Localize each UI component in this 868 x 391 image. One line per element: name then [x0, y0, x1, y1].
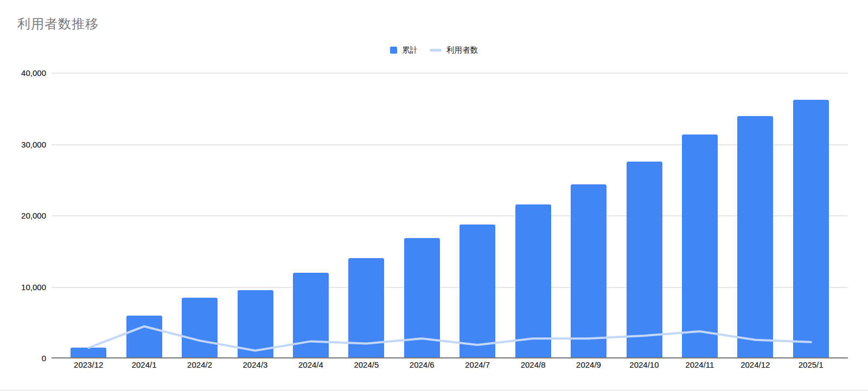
- legend-bar-swatch-icon: [390, 47, 397, 54]
- y-axis-tick-label: 30,000: [8, 139, 46, 150]
- y-axis-tick-label: 40,000: [8, 68, 46, 79]
- plot-area: [52, 73, 848, 358]
- x-axis-label: 2024/10: [616, 360, 672, 371]
- x-axis-label: 2024/4: [283, 360, 339, 371]
- line-series: [52, 73, 848, 358]
- x-axis-label: 2024/6: [394, 360, 450, 371]
- x-axis-label: 2024/11: [672, 360, 727, 371]
- legend: 累計利用者数: [0, 46, 868, 55]
- y-axis-tick-label: 0: [8, 353, 46, 364]
- x-axis-label: 2024/2: [172, 360, 227, 371]
- legend-item-cumulative[interactable]: 累計: [390, 45, 418, 55]
- legend-line-swatch-icon: [430, 49, 442, 52]
- y-axis-tick-label: 10,000: [8, 282, 46, 293]
- x-axis-label: 2025/1: [783, 360, 838, 371]
- x-axis-label: 2024/12: [727, 360, 783, 371]
- x-axis-label: 2024/5: [339, 360, 394, 371]
- chart-title: 利用者数推移: [17, 17, 99, 31]
- legend-item-monthly-users[interactable]: 利用者数: [430, 45, 478, 55]
- window-bottom-border: [0, 390, 868, 390]
- x-axis-label: 2024/9: [561, 360, 616, 371]
- x-axis-label: 2024/8: [505, 360, 560, 371]
- x-axis-label: 2024/3: [227, 360, 283, 371]
- x-axis-label: 2024/1: [116, 360, 171, 371]
- x-axis-labels: 2023/122024/12024/22024/32024/42024/5202…: [61, 360, 839, 371]
- chart-container[interactable]: 利用者数推移 累計利用者数 010,00020,00030,00040,000 …: [0, 0, 868, 391]
- legend-label: 利用者数: [446, 45, 478, 55]
- x-axis-label: 2023/12: [61, 360, 116, 371]
- y-axis-tick-label: 20,000: [8, 210, 46, 221]
- x-axis-label: 2024/7: [450, 360, 505, 371]
- legend-label: 累計: [402, 45, 418, 55]
